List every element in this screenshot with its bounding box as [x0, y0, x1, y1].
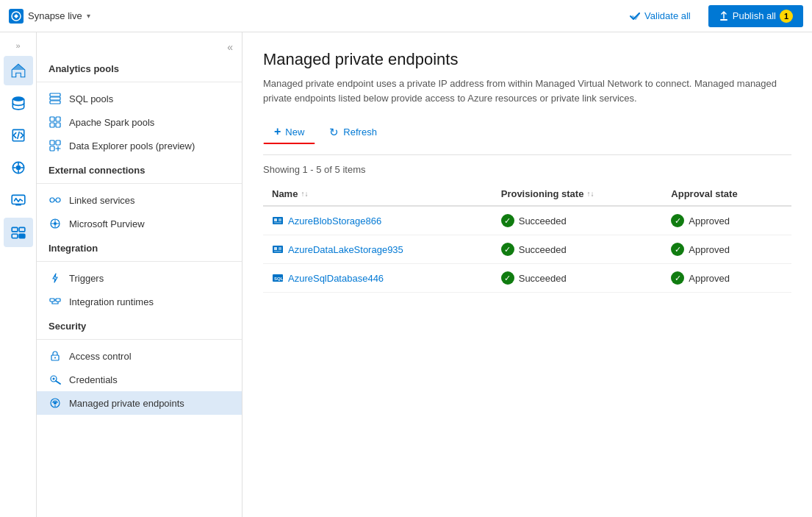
- publish-all-button[interactable]: Publish all 1: [708, 5, 803, 27]
- row-3-name-cell: SQL AzureSqlDatabase446: [263, 264, 492, 293]
- toolbar: + New ↻ Refresh: [263, 120, 791, 144]
- sidebar-item-sql-pools[interactable]: SQL pools: [37, 87, 242, 110]
- svg-rect-19: [56, 117, 60, 121]
- provisioning-col-label: Provisioning state: [501, 188, 584, 199]
- col-header-name[interactable]: Name ↑↓: [263, 182, 492, 206]
- blob-storage-icon: [272, 215, 284, 227]
- integration-runtimes-icon: [48, 295, 62, 308]
- svg-rect-15: [50, 93, 60, 96]
- svg-rect-23: [56, 140, 60, 145]
- row-3-provisioning-state: Succeeded: [519, 273, 567, 284]
- monitor-icon: [10, 192, 26, 208]
- svg-rect-13: [12, 234, 18, 238]
- row-3-approval-icon: ✓: [671, 271, 684, 285]
- integrate-icon: [10, 160, 26, 176]
- provisioning-sort-icon: ↑↓: [586, 190, 594, 198]
- validate-label: Validate all: [644, 10, 691, 21]
- workspace-selector[interactable]: Synapse live ▾: [9, 9, 90, 24]
- section-title-integration: Integration: [37, 235, 242, 257]
- row-2-name-cell: AzureDataLakeStorage935: [263, 235, 492, 264]
- sidebar-item-linked-services[interactable]: Linked services: [37, 188, 242, 212]
- approval-col-label: Approval state: [671, 188, 737, 199]
- nav-monitor-button[interactable]: [4, 185, 33, 215]
- row-3-name-link[interactable]: SQL AzureSqlDatabase446: [272, 272, 484, 284]
- row-1-approval-cell: ✓ Approved: [662, 206, 791, 235]
- col-header-provisioning[interactable]: Provisioning state ↑↓: [492, 182, 663, 206]
- workspace-chevron-icon: ▾: [87, 12, 90, 20]
- publish-icon: [719, 11, 729, 21]
- svg-rect-20: [50, 123, 54, 127]
- nav-data-button[interactable]: [4, 88, 33, 118]
- row-1-name: AzureBlobStorage866: [288, 215, 381, 227]
- sidebar-item-data-explorer[interactable]: Data Explorer pools (preview): [37, 134, 242, 157]
- svg-rect-29: [50, 299, 54, 302]
- row-1-provisioning-icon: ✓: [501, 214, 514, 227]
- svg-rect-30: [56, 299, 60, 302]
- svg-rect-40: [279, 218, 281, 221]
- svg-rect-21: [56, 123, 60, 127]
- publish-badge: 1: [780, 10, 793, 23]
- integration-runtimes-label: Integration runtimes: [69, 296, 154, 307]
- table-row: AzureDataLakeStorage935 ✓ Succeeded ✓ Ap…: [263, 235, 791, 264]
- endpoints-table: Name ↑↓ Provisioning state ↑↓ Approval s…: [263, 182, 791, 293]
- svg-point-26: [56, 198, 60, 202]
- sidebar-item-access-control[interactable]: Access control: [37, 344, 242, 368]
- workspace-label: Synapse live: [28, 10, 82, 21]
- sidebar-item-microsoft-purview[interactable]: Microsoft Purview: [37, 212, 242, 235]
- row-2-provisioning-cell: ✓ Succeeded: [492, 235, 663, 264]
- sidebar-collapse-button[interactable]: «: [37, 38, 242, 56]
- col-header-approval[interactable]: Approval state: [662, 182, 791, 206]
- table-row: AzureBlobStorage866 ✓ Succeeded ✓ Approv…: [263, 206, 791, 235]
- row-1-provisioning-state: Succeeded: [519, 215, 567, 227]
- linked-services-icon: [48, 193, 62, 207]
- main-content: Managed private endpoints Managed privat…: [242, 32, 812, 517]
- row-1-provisioning-cell: ✓ Succeeded: [492, 206, 663, 235]
- data-explorer-label: Data Explorer pools (preview): [69, 140, 195, 151]
- sidebar-item-apache-spark[interactable]: Apache Spark pools: [37, 110, 242, 134]
- managed-private-endpoints-label: Managed private endpoints: [69, 398, 184, 409]
- row-2-name: AzureDataLakeStorage935: [288, 244, 403, 255]
- row-1-name-link[interactable]: AzureBlobStorage866: [272, 215, 484, 227]
- refresh-button[interactable]: ↻ Refresh: [318, 121, 388, 144]
- nav-manage-button[interactable]: [4, 218, 33, 247]
- svg-point-33: [54, 357, 56, 359]
- nav-integrate-button[interactable]: [4, 153, 33, 182]
- new-button[interactable]: + New: [263, 120, 315, 144]
- publish-label: Publish all: [733, 10, 776, 21]
- svg-point-25: [50, 198, 54, 202]
- row-3-name: AzureSqlDatabase446: [288, 273, 384, 284]
- sql-database-icon: SQL: [272, 272, 284, 284]
- nav-develop-button[interactable]: [4, 121, 33, 150]
- svg-rect-12: [19, 227, 25, 232]
- row-3-provisioning-icon: ✓: [501, 271, 514, 285]
- items-count: Showing 1 - 5 of 5 items: [263, 164, 791, 175]
- svg-rect-16: [50, 97, 60, 100]
- svg-rect-11: [12, 227, 18, 232]
- page-description: Managed private endpoint uses a private …: [263, 76, 791, 105]
- row-2-name-link[interactable]: AzureDataLakeStorage935: [272, 243, 484, 255]
- row-1-approval-state: Approved: [689, 215, 730, 227]
- sidebar-item-credentials[interactable]: Credentials: [37, 368, 242, 391]
- triggers-label: Triggers: [69, 273, 104, 284]
- svg-rect-41: [274, 222, 281, 224]
- triggers-icon: [48, 271, 62, 285]
- sidebar-item-integration-runtimes[interactable]: Integration runtimes: [37, 290, 242, 313]
- sidebar-item-triggers[interactable]: Triggers: [37, 266, 242, 290]
- svg-rect-43: [274, 247, 277, 250]
- plus-icon: +: [274, 125, 281, 138]
- svg-rect-22: [50, 140, 54, 145]
- row-2-approval-state: Approved: [689, 244, 730, 255]
- home-icon: [10, 63, 26, 79]
- access-control-icon: [48, 349, 62, 363]
- access-control-label: Access control: [69, 351, 132, 362]
- svg-rect-44: [279, 247, 281, 250]
- section-title-analytics: Analytics pools: [37, 56, 242, 77]
- validate-all-button[interactable]: Validate all: [620, 7, 700, 26]
- nav-home-button[interactable]: [4, 56, 33, 85]
- collapse-icon-bar-button[interactable]: »: [15, 38, 20, 53]
- sidebar-item-managed-private-endpoints[interactable]: Managed private endpoints: [37, 391, 242, 415]
- refresh-label: Refresh: [343, 126, 377, 138]
- svg-rect-18: [50, 117, 54, 121]
- row-1-name-cell: AzureBlobStorage866: [263, 206, 492, 235]
- name-col-label: Name: [272, 188, 298, 199]
